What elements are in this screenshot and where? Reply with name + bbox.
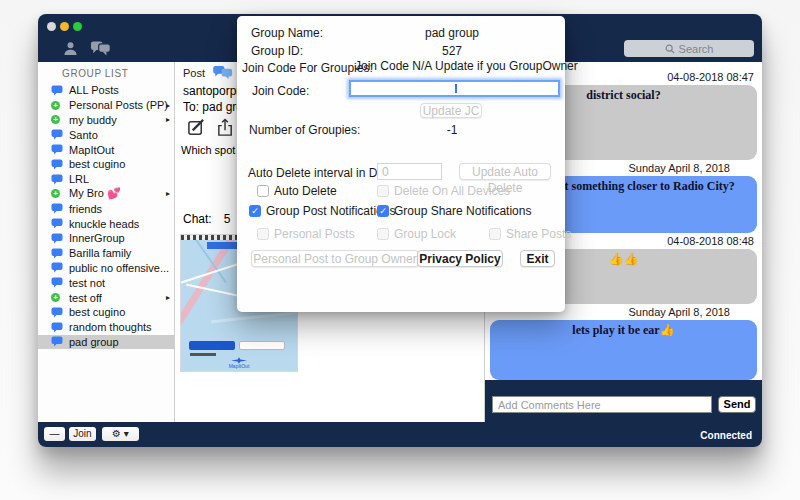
green-plus-icon: +	[51, 292, 63, 303]
sidebar-item-label: LRL	[69, 173, 89, 185]
join-code-for-label: Join Code For Groupies:	[242, 61, 373, 75]
sidebar-item[interactable]: pad group	[38, 335, 174, 350]
search-icon	[665, 44, 675, 54]
sidebar-item[interactable]: knuckle heads	[38, 216, 174, 231]
disclosure-arrow-icon[interactable]: ▸	[166, 293, 170, 302]
share-posts-checkbox[interactable]: Share Posts	[489, 227, 571, 241]
contacts-icon[interactable]	[62, 40, 82, 56]
exit-button[interactable]: Exit	[520, 250, 555, 267]
sidebar-item[interactable]: ALL Posts	[38, 83, 174, 98]
sidebar-item[interactable]: Santo	[38, 127, 174, 142]
group-post-notifications-checkbox[interactable]: ✓ Group Post Notifications	[249, 204, 395, 218]
sidebar-item-label: InnerGroup	[69, 232, 125, 244]
chat-bubble-icon	[51, 203, 63, 214]
groupies-count-value: -1	[357, 123, 547, 137]
sidebar-item-label: MapItOut	[69, 144, 114, 156]
update-jc-button[interactable]: Update JC	[420, 103, 482, 118]
map-blue-button[interactable]	[189, 341, 235, 350]
gear-icon: ⚙	[112, 428, 121, 439]
text-caret	[455, 84, 457, 93]
privacy-policy-button[interactable]: Privacy Policy	[417, 250, 503, 267]
sidebar-item-label: Personal Posts (PP)	[69, 99, 168, 111]
connection-status: Connected	[700, 430, 752, 441]
chats-icon[interactable]	[90, 40, 110, 56]
chat-bubble-icon	[51, 322, 63, 333]
sidebar-item[interactable]: public no offensive...	[38, 261, 174, 276]
tab-post[interactable]: Post	[183, 67, 205, 79]
sidebar-item[interactable]: +Personal Posts (PP)▸	[38, 98, 174, 113]
checkbox-icon	[257, 228, 269, 240]
sidebar-item[interactable]: best cugino	[38, 157, 174, 172]
sidebar-item-label: random thoughts	[69, 321, 152, 333]
chat-bubble-icon	[51, 336, 63, 347]
map-logo: MapItOut	[181, 357, 297, 369]
sidebar-item[interactable]: LRL	[38, 172, 174, 187]
sidebar-item-label: best cugino	[69, 158, 125, 170]
zoom-window-button[interactable]	[73, 22, 82, 31]
close-window-button[interactable]	[47, 22, 56, 31]
delete-all-devices-checkbox[interactable]: Delete On All Devices	[377, 184, 510, 198]
post-chat-icon	[213, 66, 233, 80]
status-bar: — Join ⚙ ▾ Connected	[38, 422, 762, 447]
group-share-notifications-checkbox[interactable]: ✓ Group Share Notifications	[377, 204, 531, 218]
search-input[interactable]: Search	[624, 40, 754, 57]
checkbox-icon	[257, 185, 269, 197]
disclosure-arrow-icon[interactable]: ▸	[166, 101, 170, 110]
sidebar-item-label: test off	[69, 292, 102, 304]
checkbox-checked-icon: ✓	[249, 205, 261, 217]
group-lock-checkbox[interactable]: Group Lock	[377, 227, 456, 241]
sidebar-item[interactable]: friends	[38, 201, 174, 216]
checkbox-icon	[377, 185, 389, 197]
personal-post-to-owner-button[interactable]: Personal Post to Group Owner	[251, 250, 419, 267]
sidebar-item-label: Barilla family	[69, 247, 131, 259]
auto-delete-checkbox[interactable]: Auto Delete	[257, 184, 337, 198]
sidebar-item[interactable]: InnerGroup	[38, 231, 174, 246]
chat-bubble-icon	[51, 277, 63, 288]
personal-posts-checkbox[interactable]: Personal Posts	[257, 227, 355, 241]
sidebar-item[interactable]: best cugino	[38, 305, 174, 320]
chat-count-value: 5	[224, 212, 231, 226]
map-white-button[interactable]	[239, 341, 285, 350]
group-list-header: GROUP LIST	[62, 68, 128, 79]
chevron-down-icon: ▾	[124, 428, 129, 439]
disclosure-arrow-icon[interactable]: ▸	[166, 189, 170, 198]
chat-bubble-icon	[51, 144, 63, 155]
chat-bubble[interactable]: lets play it be ear👍	[490, 320, 757, 380]
sidebar-item[interactable]: MapItOut	[38, 142, 174, 157]
send-button[interactable]: Send	[718, 396, 756, 413]
sidebar-item-label: pad group	[69, 336, 119, 348]
disclosure-arrow-icon[interactable]: ▸	[166, 115, 170, 124]
sidebar-item-label: friends	[69, 203, 102, 215]
search-placeholder: Search	[679, 43, 714, 55]
chat-footer: Send	[485, 380, 762, 422]
sidebar-item[interactable]: test not	[38, 275, 174, 290]
sidebar-item[interactable]: +test off▸	[38, 290, 174, 305]
map-caption-decoration	[190, 353, 216, 356]
chat-bubble-icon	[51, 262, 63, 273]
group-info-dialog: Group Name: pad group Group ID: 527 Join…	[237, 16, 565, 312]
sidebar-item[interactable]: Barilla family	[38, 246, 174, 261]
comment-input[interactable]	[492, 396, 712, 413]
green-plus-icon: +	[51, 100, 63, 111]
sidebar-item[interactable]: random thoughts	[38, 320, 174, 335]
groupies-count-label: Number of Groupies:	[249, 123, 360, 137]
auto-delete-days-input[interactable]	[377, 163, 442, 180]
join-code-input[interactable]	[349, 80, 560, 97]
group-id-value: 527	[357, 44, 547, 58]
chat-bubble-icon	[51, 248, 63, 259]
compose-icon[interactable]	[187, 118, 206, 137]
chat-bubble-icon	[51, 129, 63, 140]
auto-delete-interval-label: Auto Delete interval in Days	[248, 166, 396, 180]
sidebar-item[interactable]: +my buddy▸	[38, 113, 174, 128]
update-auto-delete-button[interactable]: Update Auto Delete	[459, 163, 551, 180]
group-name-value: pad group	[357, 26, 547, 40]
join-button[interactable]: Join	[69, 427, 96, 441]
remove-group-button[interactable]: —	[44, 427, 65, 441]
sidebar-item-label: Santo	[69, 129, 98, 141]
gear-menu-button[interactable]: ⚙ ▾	[102, 427, 139, 441]
minimize-window-button[interactable]	[60, 22, 69, 31]
share-icon[interactable]	[216, 118, 235, 137]
join-code-label: Join Code:	[252, 84, 309, 98]
sidebar-item[interactable]: +My Bro 💕▸	[38, 187, 174, 202]
checkbox-icon	[489, 228, 501, 240]
